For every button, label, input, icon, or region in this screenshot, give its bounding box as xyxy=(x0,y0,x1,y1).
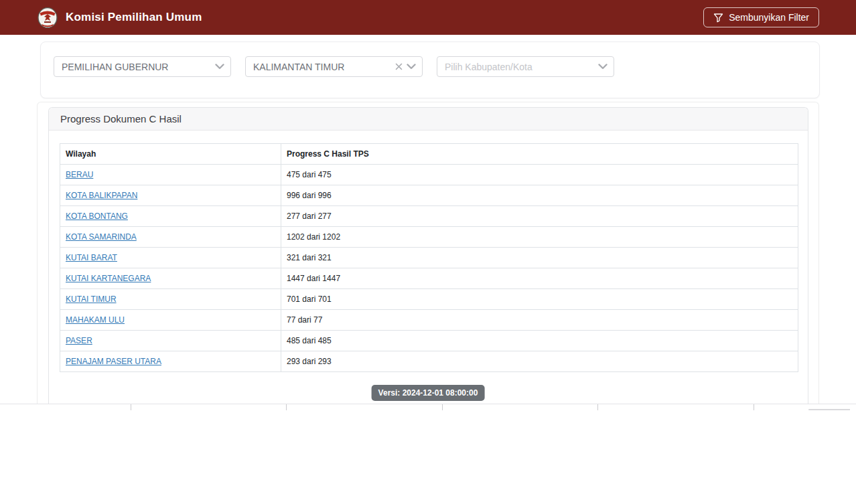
region-link[interactable]: BERAU xyxy=(66,170,93,179)
wilayah-cell: KUTAI BARAT xyxy=(60,248,281,268)
hide-filter-button[interactable]: Sembunyikan Filter xyxy=(703,7,819,27)
axis-tick xyxy=(754,404,754,410)
progress-cell: 1447 dari 1447 xyxy=(281,268,798,289)
table-row: KOTA BALIKPAPAN996 dari 996 xyxy=(60,185,798,206)
chevron-down-icon xyxy=(407,64,416,70)
wilayah-cell: KUTAI TIMUR xyxy=(60,289,281,310)
wilayah-cell: PENAJAM PASER UTARA xyxy=(60,351,281,372)
wilayah-cell: KOTA BALIKPAPAN xyxy=(60,185,281,206)
region-link[interactable]: MAHAKAM ULU xyxy=(66,315,125,325)
progress-cell: 485 dari 485 xyxy=(281,331,798,351)
axis-tick xyxy=(442,404,443,410)
table-row: KOTA SAMARINDA1202 dari 1202 xyxy=(60,227,798,248)
axis-tick xyxy=(597,404,598,410)
progress-panel: Progress Dokumen C Hasil Wilayah Progres… xyxy=(48,107,808,404)
pemilihan-select[interactable]: PEMILIHAN GUBERNUR xyxy=(54,56,231,77)
provinsi-select[interactable]: KALIMANTAN TIMUR xyxy=(245,56,423,77)
pemilihan-value: PEMILIHAN GUBERNUR xyxy=(62,62,215,72)
filter-funnel-icon xyxy=(713,13,723,23)
wilayah-cell: MAHAKAM ULU xyxy=(60,310,281,331)
table-row: PENAJAM PASER UTARA293 dari 293 xyxy=(60,351,798,372)
wilayah-cell: KOTA SAMARINDA xyxy=(60,227,281,248)
hide-filter-label: Sembunyikan Filter xyxy=(729,12,809,23)
table-row: KOTA BONTANG277 dari 277 xyxy=(60,206,798,227)
progress-cell: 1202 dari 1202 xyxy=(281,227,798,248)
axis-tick xyxy=(286,404,287,410)
table-row: PASER485 dari 485 xyxy=(60,331,798,351)
wilayah-cell: KUTAI KARTANEGARA xyxy=(60,268,281,289)
table-row: KUTAI BARAT321 dari 321 xyxy=(60,248,798,268)
wilayah-cell: BERAU xyxy=(60,165,281,185)
brand: Komisi Pemilihan Umum xyxy=(0,7,202,28)
chevron-down-icon xyxy=(598,64,608,70)
region-link[interactable]: KOTA SAMARINDA xyxy=(66,232,137,242)
wilayah-cell: PASER xyxy=(60,331,281,351)
bottom-divider xyxy=(0,404,856,404)
filter-panel: PEMILIHAN GUBERNUR KALIMANTAN TIMUR Pili… xyxy=(40,41,820,98)
col-header-progress: Progress C Hasil TPS xyxy=(281,144,798,165)
brand-title: Komisi Pemilihan Umum xyxy=(66,11,202,24)
table-row: MAHAKAM ULU77 dari 77 xyxy=(60,310,798,331)
kpu-logo-icon xyxy=(38,7,58,28)
region-link[interactable]: PENAJAM PASER UTARA xyxy=(66,357,161,366)
page: Komisi Pemilihan Umum Sembunyikan Filter… xyxy=(0,0,856,504)
progress-cell: 996 dari 996 xyxy=(281,185,798,206)
clear-selection-icon[interactable] xyxy=(395,63,403,70)
progress-table: Wilayah Progress C Hasil TPS BERAU475 da… xyxy=(60,143,798,372)
chevron-down-icon xyxy=(215,64,224,70)
version-badge: Versi: 2024-12-01 08:00:00 xyxy=(372,385,485,401)
region-link[interactable]: KUTAI TIMUR xyxy=(66,295,117,304)
region-link[interactable]: KOTA BALIKPAPAN xyxy=(66,191,137,200)
wilayah-cell: KOTA BONTANG xyxy=(60,206,281,227)
table-header-row: Wilayah Progress C Hasil TPS xyxy=(60,144,798,165)
region-link[interactable]: PASER xyxy=(66,336,92,345)
panel-title: Progress Dokumen C Hasil xyxy=(60,113,182,124)
kabupaten-placeholder: Pilih Kabupaten/Kota xyxy=(445,62,598,72)
col-header-wilayah: Wilayah xyxy=(60,144,281,165)
progress-cell: 293 dari 293 xyxy=(281,351,798,372)
app-header: Komisi Pemilihan Umum Sembunyikan Filter xyxy=(0,0,856,35)
kabupaten-select[interactable]: Pilih Kabupaten/Kota xyxy=(437,56,614,77)
progress-cell: 321 dari 321 xyxy=(281,248,798,268)
progress-cell: 277 dari 277 xyxy=(281,206,798,227)
table-row: KUTAI KARTANEGARA1447 dari 1447 xyxy=(60,268,798,289)
axis-tick xyxy=(131,404,131,410)
table-row: BERAU475 dari 475 xyxy=(60,165,798,185)
region-link[interactable]: KUTAI BARAT xyxy=(66,253,117,262)
provinsi-value: KALIMANTAN TIMUR xyxy=(253,62,395,72)
progress-cell: 475 dari 475 xyxy=(281,165,798,185)
table-row: KUTAI TIMUR701 dari 701 xyxy=(60,289,798,310)
region-link[interactable]: KUTAI KARTANEGARA xyxy=(66,274,151,283)
progress-cell: 77 dari 77 xyxy=(281,310,798,331)
cutoff-card-edge xyxy=(808,409,850,410)
panel-header: Progress Dokumen C Hasil xyxy=(49,108,808,131)
progress-cell: 701 dari 701 xyxy=(281,289,798,310)
region-link[interactable]: KOTA BONTANG xyxy=(66,212,128,221)
table-body: BERAU475 dari 475KOTA BALIKPAPAN996 dari… xyxy=(60,165,798,372)
